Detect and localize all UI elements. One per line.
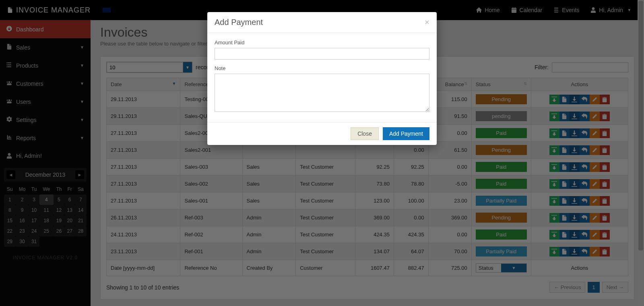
amount-paid-input[interactable] — [215, 48, 429, 60]
modal-submit-button[interactable]: Add Payment — [383, 127, 429, 140]
amount-paid-label: Amount Paid — [215, 39, 429, 45]
add-payment-modal: Add Payment × Amount Paid Note Close Add… — [207, 12, 437, 145]
note-label: Note — [215, 65, 429, 71]
note-textarea[interactable] — [215, 74, 429, 112]
modal-close-button[interactable]: Close — [351, 127, 379, 140]
close-icon[interactable]: × — [425, 18, 429, 27]
modal-title: Add Payment — [215, 18, 263, 27]
modal-overlay[interactable]: Add Payment × Amount Paid Note Close Add… — [0, 0, 644, 306]
